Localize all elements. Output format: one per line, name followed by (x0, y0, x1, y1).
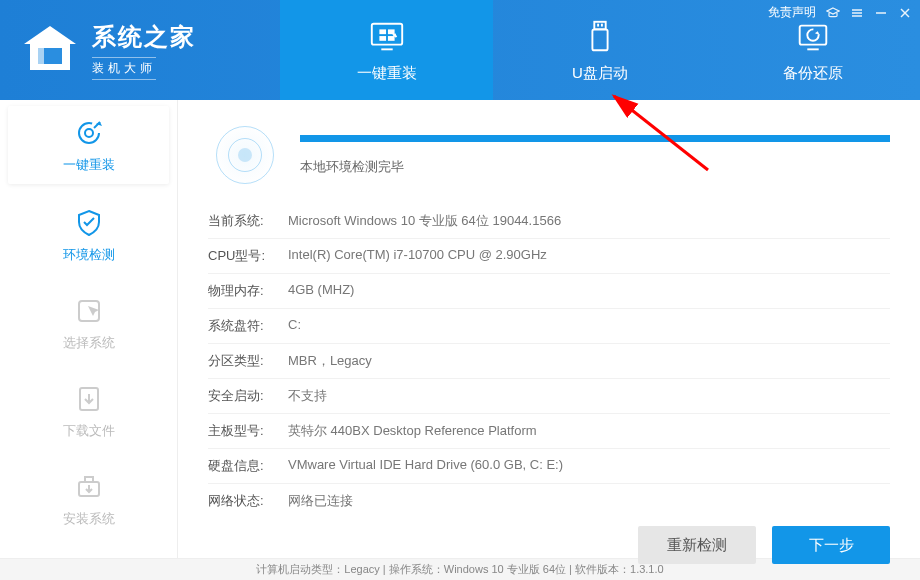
info-row: 物理内存:4GB (MHZ) (208, 274, 890, 309)
info-label: CPU型号: (208, 247, 288, 265)
info-value: Microsoft Windows 10 专业版 64位 19044.1566 (288, 212, 561, 230)
usb-icon (581, 18, 619, 56)
sidebar: 一键重装 环境检测 选择系统 下载文件 安装系统 (0, 100, 178, 558)
sidebar-item-label: 环境检测 (63, 246, 115, 264)
info-label: 硬盘信息: (208, 457, 288, 475)
tab-backup-label: 备份还原 (783, 64, 843, 83)
svg-point-26 (85, 129, 93, 137)
progress-bar (300, 135, 890, 142)
info-label: 网络状态: (208, 492, 288, 510)
info-row: 网络状态:网络已连接 (208, 484, 890, 518)
logo-icon (20, 20, 80, 80)
svg-marker-17 (815, 31, 820, 35)
info-value: C: (288, 317, 301, 335)
svg-rect-13 (601, 23, 603, 26)
svg-rect-4 (381, 48, 392, 50)
disclaimer-link[interactable]: 免责声明 (768, 4, 816, 21)
sidebar-item-label: 安装系统 (63, 510, 115, 528)
info-row: 主板型号:英特尔 440BX Desktop Reference Platfor… (208, 414, 890, 449)
svg-rect-8 (388, 36, 395, 41)
sidebar-item-reinstall[interactable]: 一键重装 (8, 106, 169, 184)
sidebar-item-env-check[interactable]: 环境检测 (0, 190, 177, 278)
info-value: 4GB (MHZ) (288, 282, 354, 300)
info-value: 英特尔 440BX Desktop Reference Platform (288, 422, 537, 440)
titlebar: 免责声明 (768, 4, 912, 21)
header: 系统之家 装机大师 一键重装 U盘启动 (0, 0, 920, 100)
svg-rect-2 (38, 48, 44, 64)
app-title: 系统之家 (92, 21, 196, 53)
svg-rect-7 (379, 36, 386, 41)
download-icon (74, 384, 104, 414)
sidebar-item-label: 下载文件 (63, 422, 115, 440)
radar-icon (208, 118, 282, 192)
minimize-button[interactable] (874, 6, 888, 20)
install-icon (74, 472, 104, 502)
info-label: 系统盘符: (208, 317, 288, 335)
info-row: 硬盘信息:VMware Virtual IDE Hard Drive (60.0… (208, 449, 890, 484)
info-row: 当前系统:Microsoft Windows 10 专业版 64位 19044.… (208, 204, 890, 239)
tab-reinstall[interactable]: 一键重装 (280, 0, 493, 100)
tab-usb-boot-label: U盘启动 (572, 64, 628, 83)
info-row: 系统盘符:C: (208, 309, 890, 344)
app-subtitle: 装机大师 (92, 57, 156, 80)
svg-rect-12 (597, 23, 599, 26)
info-label: 分区类型: (208, 352, 288, 370)
main-panel: 本地环境检测完毕 当前系统:Microsoft Windows 10 专业版 6… (178, 100, 920, 558)
svg-rect-5 (379, 29, 386, 34)
graduate-icon[interactable] (826, 6, 840, 20)
backup-icon (794, 18, 832, 56)
svg-point-16 (808, 29, 819, 40)
next-button[interactable]: 下一步 (772, 526, 890, 564)
svg-rect-10 (594, 21, 605, 29)
svg-rect-11 (592, 29, 607, 50)
close-button[interactable] (898, 6, 912, 20)
sidebar-item-select-system[interactable]: 选择系统 (0, 278, 177, 366)
sidebar-item-download[interactable]: 下载文件 (0, 366, 177, 454)
info-label: 物理内存: (208, 282, 288, 300)
target-icon (74, 118, 104, 148)
tab-reinstall-label: 一键重装 (357, 64, 417, 83)
info-label: 主板型号: (208, 422, 288, 440)
scan-status: 本地环境检测完毕 (300, 158, 890, 176)
shield-icon (74, 208, 104, 238)
info-row: 分区类型:MBR，Legacy (208, 344, 890, 379)
info-value: 网络已连接 (288, 492, 353, 510)
sidebar-item-label: 选择系统 (63, 334, 115, 352)
logo-area: 系统之家 装机大师 (0, 0, 280, 100)
svg-rect-15 (808, 48, 819, 50)
menu-icon[interactable] (850, 6, 864, 20)
sidebar-item-install[interactable]: 安装系统 (0, 454, 177, 542)
info-row: 安全启动:不支持 (208, 379, 890, 414)
info-label: 安全启动: (208, 387, 288, 405)
info-row: CPU型号:Intel(R) Core(TM) i7-10700 CPU @ 2… (208, 239, 890, 274)
info-value: 不支持 (288, 387, 327, 405)
system-info-list: 当前系统:Microsoft Windows 10 专业版 64位 19044.… (208, 204, 890, 518)
reinstall-icon (368, 18, 406, 56)
select-icon (74, 296, 104, 326)
sidebar-item-label: 一键重装 (63, 156, 115, 174)
svg-rect-3 (371, 23, 401, 44)
recheck-button[interactable]: 重新检测 (638, 526, 756, 564)
info-value: Intel(R) Core(TM) i7-10700 CPU @ 2.90GHz (288, 247, 547, 265)
tab-usb-boot[interactable]: U盘启动 (493, 0, 706, 100)
info-label: 当前系统: (208, 212, 288, 230)
info-value: MBR，Legacy (288, 352, 372, 370)
info-value: VMware Virtual IDE Hard Drive (60.0 GB, … (288, 457, 563, 475)
